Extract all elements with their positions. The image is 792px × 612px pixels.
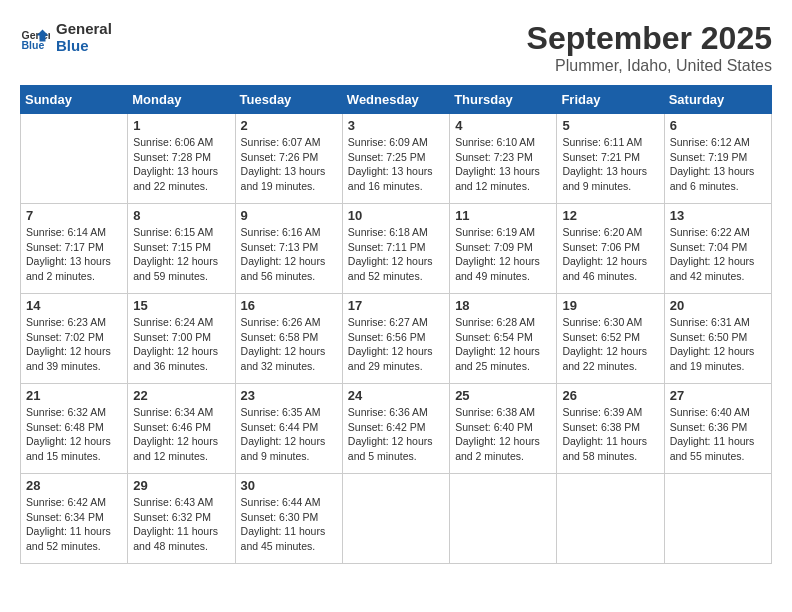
day-info: Sunrise: 6:42 AM Sunset: 6:34 PM Dayligh… [26, 495, 122, 554]
calendar-cell: 30Sunrise: 6:44 AM Sunset: 6:30 PM Dayli… [235, 474, 342, 564]
day-number: 9 [241, 208, 337, 223]
day-info: Sunrise: 6:10 AM Sunset: 7:23 PM Dayligh… [455, 135, 551, 194]
day-number: 24 [348, 388, 444, 403]
calendar-cell: 28Sunrise: 6:42 AM Sunset: 6:34 PM Dayli… [21, 474, 128, 564]
logo-icon: General Blue [20, 22, 50, 52]
day-number: 8 [133, 208, 229, 223]
day-number: 17 [348, 298, 444, 313]
calendar-cell: 24Sunrise: 6:36 AM Sunset: 6:42 PM Dayli… [342, 384, 449, 474]
logo: General Blue General Blue [20, 20, 112, 54]
calendar-cell: 21Sunrise: 6:32 AM Sunset: 6:48 PM Dayli… [21, 384, 128, 474]
day-number: 21 [26, 388, 122, 403]
title-block: September 2025 Plummer, Idaho, United St… [527, 20, 772, 75]
calendar-cell: 29Sunrise: 6:43 AM Sunset: 6:32 PM Dayli… [128, 474, 235, 564]
day-number: 6 [670, 118, 766, 133]
day-number: 3 [348, 118, 444, 133]
calendar-cell: 27Sunrise: 6:40 AM Sunset: 6:36 PM Dayli… [664, 384, 771, 474]
day-info: Sunrise: 6:18 AM Sunset: 7:11 PM Dayligh… [348, 225, 444, 284]
calendar-cell: 10Sunrise: 6:18 AM Sunset: 7:11 PM Dayli… [342, 204, 449, 294]
day-info: Sunrise: 6:31 AM Sunset: 6:50 PM Dayligh… [670, 315, 766, 374]
day-number: 7 [26, 208, 122, 223]
calendar-cell: 13Sunrise: 6:22 AM Sunset: 7:04 PM Dayli… [664, 204, 771, 294]
day-number: 23 [241, 388, 337, 403]
day-number: 13 [670, 208, 766, 223]
day-number: 10 [348, 208, 444, 223]
day-info: Sunrise: 6:32 AM Sunset: 6:48 PM Dayligh… [26, 405, 122, 464]
day-info: Sunrise: 6:19 AM Sunset: 7:09 PM Dayligh… [455, 225, 551, 284]
calendar-week-row: 1Sunrise: 6:06 AM Sunset: 7:28 PM Daylig… [21, 114, 772, 204]
day-number: 19 [562, 298, 658, 313]
page-title: September 2025 [527, 20, 772, 57]
day-info: Sunrise: 6:16 AM Sunset: 7:13 PM Dayligh… [241, 225, 337, 284]
calendar-cell: 2Sunrise: 6:07 AM Sunset: 7:26 PM Daylig… [235, 114, 342, 204]
calendar-day-header: Monday [128, 86, 235, 114]
day-number: 26 [562, 388, 658, 403]
day-info: Sunrise: 6:40 AM Sunset: 6:36 PM Dayligh… [670, 405, 766, 464]
day-info: Sunrise: 6:20 AM Sunset: 7:06 PM Dayligh… [562, 225, 658, 284]
day-info: Sunrise: 6:34 AM Sunset: 6:46 PM Dayligh… [133, 405, 229, 464]
calendar-cell: 23Sunrise: 6:35 AM Sunset: 6:44 PM Dayli… [235, 384, 342, 474]
calendar-cell [664, 474, 771, 564]
day-number: 1 [133, 118, 229, 133]
day-info: Sunrise: 6:35 AM Sunset: 6:44 PM Dayligh… [241, 405, 337, 464]
day-number: 18 [455, 298, 551, 313]
day-info: Sunrise: 6:15 AM Sunset: 7:15 PM Dayligh… [133, 225, 229, 284]
day-number: 29 [133, 478, 229, 493]
calendar-cell [450, 474, 557, 564]
calendar-header-row: SundayMondayTuesdayWednesdayThursdayFrid… [21, 86, 772, 114]
calendar-cell: 19Sunrise: 6:30 AM Sunset: 6:52 PM Dayli… [557, 294, 664, 384]
calendar-cell: 12Sunrise: 6:20 AM Sunset: 7:06 PM Dayli… [557, 204, 664, 294]
day-number: 16 [241, 298, 337, 313]
calendar-week-row: 7Sunrise: 6:14 AM Sunset: 7:17 PM Daylig… [21, 204, 772, 294]
day-info: Sunrise: 6:30 AM Sunset: 6:52 PM Dayligh… [562, 315, 658, 374]
day-info: Sunrise: 6:23 AM Sunset: 7:02 PM Dayligh… [26, 315, 122, 374]
logo-line2: Blue [56, 37, 112, 54]
day-info: Sunrise: 6:22 AM Sunset: 7:04 PM Dayligh… [670, 225, 766, 284]
calendar-week-row: 28Sunrise: 6:42 AM Sunset: 6:34 PM Dayli… [21, 474, 772, 564]
day-info: Sunrise: 6:11 AM Sunset: 7:21 PM Dayligh… [562, 135, 658, 194]
calendar-cell: 26Sunrise: 6:39 AM Sunset: 6:38 PM Dayli… [557, 384, 664, 474]
day-info: Sunrise: 6:26 AM Sunset: 6:58 PM Dayligh… [241, 315, 337, 374]
calendar-cell: 14Sunrise: 6:23 AM Sunset: 7:02 PM Dayli… [21, 294, 128, 384]
day-number: 4 [455, 118, 551, 133]
calendar-day-header: Tuesday [235, 86, 342, 114]
calendar-cell: 4Sunrise: 6:10 AM Sunset: 7:23 PM Daylig… [450, 114, 557, 204]
calendar-cell: 22Sunrise: 6:34 AM Sunset: 6:46 PM Dayli… [128, 384, 235, 474]
day-number: 27 [670, 388, 766, 403]
calendar-cell: 3Sunrise: 6:09 AM Sunset: 7:25 PM Daylig… [342, 114, 449, 204]
day-info: Sunrise: 6:36 AM Sunset: 6:42 PM Dayligh… [348, 405, 444, 464]
calendar-day-header: Saturday [664, 86, 771, 114]
calendar-cell: 7Sunrise: 6:14 AM Sunset: 7:17 PM Daylig… [21, 204, 128, 294]
calendar-cell [21, 114, 128, 204]
day-number: 12 [562, 208, 658, 223]
calendar-cell: 9Sunrise: 6:16 AM Sunset: 7:13 PM Daylig… [235, 204, 342, 294]
page-header: General Blue General Blue September 2025… [20, 20, 772, 75]
day-info: Sunrise: 6:39 AM Sunset: 6:38 PM Dayligh… [562, 405, 658, 464]
day-number: 14 [26, 298, 122, 313]
day-info: Sunrise: 6:28 AM Sunset: 6:54 PM Dayligh… [455, 315, 551, 374]
calendar-cell: 5Sunrise: 6:11 AM Sunset: 7:21 PM Daylig… [557, 114, 664, 204]
day-number: 28 [26, 478, 122, 493]
day-info: Sunrise: 6:43 AM Sunset: 6:32 PM Dayligh… [133, 495, 229, 554]
calendar-cell: 8Sunrise: 6:15 AM Sunset: 7:15 PM Daylig… [128, 204, 235, 294]
day-number: 25 [455, 388, 551, 403]
day-info: Sunrise: 6:24 AM Sunset: 7:00 PM Dayligh… [133, 315, 229, 374]
calendar-cell: 25Sunrise: 6:38 AM Sunset: 6:40 PM Dayli… [450, 384, 557, 474]
calendar-cell: 1Sunrise: 6:06 AM Sunset: 7:28 PM Daylig… [128, 114, 235, 204]
calendar-body: 1Sunrise: 6:06 AM Sunset: 7:28 PM Daylig… [21, 114, 772, 564]
day-number: 30 [241, 478, 337, 493]
calendar-cell: 11Sunrise: 6:19 AM Sunset: 7:09 PM Dayli… [450, 204, 557, 294]
calendar-day-header: Sunday [21, 86, 128, 114]
day-info: Sunrise: 6:27 AM Sunset: 6:56 PM Dayligh… [348, 315, 444, 374]
calendar-cell: 17Sunrise: 6:27 AM Sunset: 6:56 PM Dayli… [342, 294, 449, 384]
calendar-day-header: Friday [557, 86, 664, 114]
calendar-table: SundayMondayTuesdayWednesdayThursdayFrid… [20, 85, 772, 564]
page-subtitle: Plummer, Idaho, United States [527, 57, 772, 75]
day-info: Sunrise: 6:44 AM Sunset: 6:30 PM Dayligh… [241, 495, 337, 554]
day-info: Sunrise: 6:09 AM Sunset: 7:25 PM Dayligh… [348, 135, 444, 194]
day-number: 5 [562, 118, 658, 133]
calendar-week-row: 21Sunrise: 6:32 AM Sunset: 6:48 PM Dayli… [21, 384, 772, 474]
day-info: Sunrise: 6:07 AM Sunset: 7:26 PM Dayligh… [241, 135, 337, 194]
day-info: Sunrise: 6:12 AM Sunset: 7:19 PM Dayligh… [670, 135, 766, 194]
day-info: Sunrise: 6:06 AM Sunset: 7:28 PM Dayligh… [133, 135, 229, 194]
